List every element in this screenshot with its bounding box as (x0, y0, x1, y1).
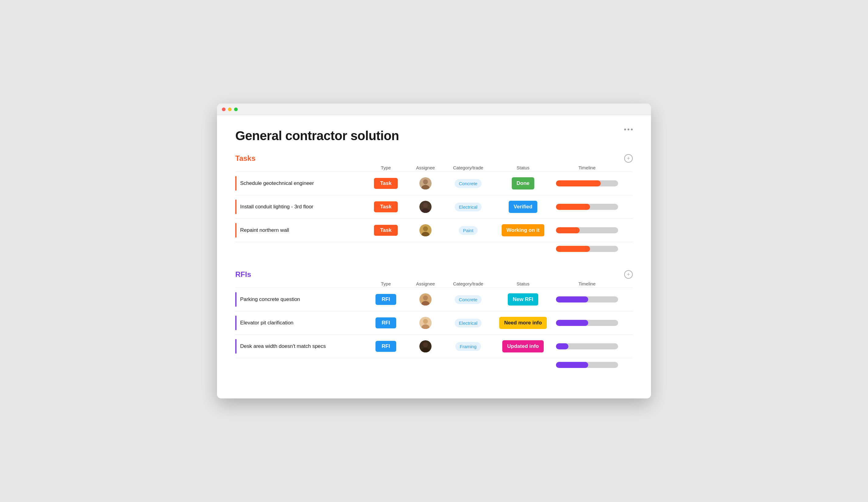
traffic-lights (222, 107, 238, 111)
svg-point-4 (423, 203, 428, 208)
tasks-extra-row (235, 242, 633, 255)
rfi-type-cell-2: RFI (364, 317, 407, 328)
task-timeline-bar-1 (556, 180, 618, 186)
tasks-col-extra (621, 165, 633, 170)
tasks-add-button[interactable]: + (624, 154, 633, 163)
svg-point-1 (423, 179, 428, 184)
task-type-cell-2: Task (364, 201, 407, 212)
task-status-cell-2: Verified (493, 201, 554, 213)
rfi-timeline-bar-2 (556, 320, 618, 326)
row-border-2 (235, 199, 237, 214)
rfis-col-assignee: Assignee (407, 281, 444, 286)
rfi-status-cell-1: New RFI (493, 293, 554, 305)
rfi-timeline-bar-3 (556, 343, 618, 349)
table-row[interactable]: Parking concrete question RFI Con (235, 287, 633, 311)
rfis-col-timeline: Timeline (554, 281, 621, 286)
task-timeline-bar-2 (556, 204, 618, 210)
rfis-col-extra (621, 281, 633, 286)
task-type-badge-3: Task (374, 225, 398, 236)
more-dot-2 (628, 128, 629, 130)
tasks-col-status: Status (493, 165, 554, 170)
rfis-section: RFIs + Type Assignee Category/trade Stat… (235, 270, 633, 372)
rfi-assignee-cell-1 (407, 293, 444, 305)
tasks-col-timeline: Timeline (554, 165, 621, 170)
minimize-button[interactable] (228, 107, 231, 111)
main-content: General contractor solution Tasks + Type… (217, 115, 651, 398)
task-assignee-cell-1 (407, 177, 444, 189)
tasks-extra-timeline (554, 246, 621, 252)
avatar-task-2 (420, 201, 432, 213)
rfi-timeline-fill-1 (556, 296, 588, 303)
rfis-extra-timeline (554, 362, 621, 368)
tasks-col-category: Category/trade (444, 165, 493, 170)
table-row[interactable]: Repaint northern wall Task Paint (235, 218, 633, 242)
rfis-add-button[interactable]: + (624, 270, 633, 279)
tasks-col-headers: Type Assignee Category/trade Status Time… (235, 165, 633, 170)
tasks-extra-fill (556, 246, 590, 252)
rfis-col-headers: Type Assignee Category/trade Status Time… (235, 281, 633, 286)
rfis-col-name (240, 281, 364, 286)
tasks-section-title: Tasks (235, 154, 255, 163)
task-timeline-cell-2 (554, 204, 621, 210)
rfi-border-3 (235, 339, 237, 354)
rfi-status-badge-1: New RFI (508, 293, 538, 305)
rfi-timeline-cell-1 (554, 296, 621, 303)
rfi-name-2: Elevator pit clarification (240, 320, 293, 326)
rfi-name-cell-3: Desk area width doesn't match specs (235, 335, 364, 358)
rfis-extra-end (621, 362, 633, 368)
task-assignee-cell-2 (407, 201, 444, 213)
app-window: General contractor solution Tasks + Type… (217, 104, 651, 398)
tasks-extra-spacer (235, 246, 554, 252)
rfi-category-1: Concrete (455, 295, 482, 304)
tasks-col-assignee: Assignee (407, 165, 444, 170)
rfi-timeline-cell-2 (554, 320, 621, 326)
task-type-cell-3: Task (364, 225, 407, 236)
svg-point-16 (423, 342, 428, 347)
svg-point-10 (423, 295, 428, 300)
task-name-3: Repaint northern wall (240, 227, 289, 233)
rfis-col-type: Type (364, 281, 407, 286)
task-timeline-cell-3 (554, 227, 621, 233)
task-timeline-fill-2 (556, 204, 590, 210)
page-title: General contractor solution (235, 128, 633, 143)
more-dot-1 (624, 128, 626, 130)
rfi-name-3: Desk area width doesn't match specs (240, 343, 326, 349)
rfi-type-badge-2: RFI (375, 317, 396, 328)
task-category-cell-2: Electrical (444, 202, 493, 211)
task-status-badge-2: Verified (509, 201, 537, 213)
rfi-timeline-bar-1 (556, 296, 618, 303)
task-type-badge-2: Task (374, 201, 398, 212)
maximize-button[interactable] (234, 107, 238, 111)
table-row[interactable]: Elevator pit clarification RFI El (235, 311, 633, 334)
rfi-status-cell-2: Need more info (493, 317, 554, 329)
more-menu-button[interactable] (624, 128, 633, 130)
task-name-cell-3: Repaint northern wall (235, 219, 364, 242)
avatar-rfi-2 (420, 317, 432, 329)
task-status-cell-3: Working on it (493, 224, 554, 237)
close-button[interactable] (222, 107, 226, 111)
rfi-assignee-cell-3 (407, 340, 444, 353)
rfis-extra-fill (556, 362, 588, 368)
rfi-border-2 (235, 316, 237, 330)
table-row[interactable]: Desk area width doesn't match specs RFI (235, 334, 633, 358)
table-row[interactable]: Schedule geotechnical engineer Task (235, 171, 633, 195)
task-status-badge-3: Working on it (502, 224, 544, 237)
rfi-border-1 (235, 292, 237, 307)
task-name-cell-1: Schedule geotechnical engineer (235, 172, 364, 195)
tasks-extra-bar (556, 246, 618, 252)
rfi-status-badge-2: Need more info (499, 317, 547, 329)
rfi-timeline-fill-3 (556, 343, 568, 349)
rfi-type-badge-3: RFI (375, 341, 396, 352)
rfi-name-cell-1: Parking concrete question (235, 288, 364, 311)
tasks-extra-end (621, 246, 633, 252)
svg-point-13 (423, 319, 428, 324)
rfi-category-2: Electrical (455, 318, 482, 327)
titlebar (217, 104, 651, 115)
rfi-type-cell-3: RFI (364, 341, 407, 352)
task-category-1: Concrete (455, 179, 482, 188)
table-row[interactable]: Install conduit lighting - 3rd floor Tas… (235, 195, 633, 218)
task-category-cell-1: Concrete (444, 179, 493, 188)
task-timeline-bar-3 (556, 227, 618, 233)
rfi-type-cell-1: RFI (364, 294, 407, 305)
task-timeline-fill-3 (556, 227, 580, 233)
